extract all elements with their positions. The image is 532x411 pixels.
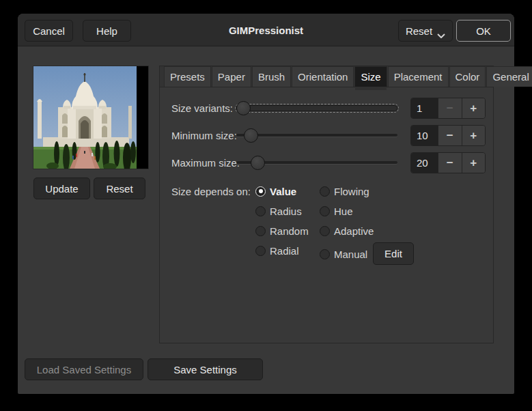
minimum-size-spinbox: 10 − + bbox=[410, 125, 486, 146]
radio-value[interactable]: Value bbox=[255, 184, 296, 198]
reset-menu-label: Reset bbox=[406, 25, 432, 37]
maximum-size-value[interactable]: 20 bbox=[411, 153, 438, 173]
help-button[interactable]: Help bbox=[83, 20, 131, 42]
tab-color[interactable]: Color bbox=[449, 66, 486, 87]
minus-icon[interactable]: − bbox=[438, 126, 462, 145]
radio-icon bbox=[320, 226, 330, 236]
taj-mahal-preview-image bbox=[33, 66, 137, 169]
radio-icon bbox=[255, 186, 266, 197]
dialog-header: GIMPressionist Cancel Help Reset OK bbox=[18, 14, 514, 46]
radio-radial[interactable]: Radial bbox=[255, 244, 299, 257]
minus-icon[interactable]: − bbox=[438, 98, 462, 118]
edit-button[interactable]: Edit bbox=[373, 242, 414, 265]
radio-icon bbox=[320, 249, 330, 259]
size-variants-slider[interactable] bbox=[235, 98, 399, 119]
radio-flowing[interactable]: Flowing bbox=[320, 184, 369, 198]
radio-random[interactable]: Random bbox=[255, 224, 309, 238]
maximum-size-row: Maximum size: 20 − + bbox=[160, 152, 493, 173]
reset-menu-button[interactable]: Reset bbox=[398, 20, 453, 42]
size-variants-row: Size variants: 1 − + bbox=[160, 98, 493, 119]
gimpressionist-dialog: GIMPressionist Cancel Help Reset OK bbox=[18, 14, 514, 394]
update-button[interactable]: Update bbox=[33, 178, 90, 199]
preview-image bbox=[33, 66, 149, 169]
radio-radius[interactable]: Radius bbox=[255, 204, 302, 218]
maximum-size-label: Maximum size: bbox=[171, 152, 240, 173]
radio-icon bbox=[255, 226, 266, 236]
size-tab-panel: Presets Paper Brush Orientation Size Pla… bbox=[159, 66, 494, 343]
preview-reset-button[interactable]: Reset bbox=[94, 178, 145, 199]
tab-presets[interactable]: Presets bbox=[164, 66, 211, 87]
minimum-size-slider-knob[interactable] bbox=[244, 128, 258, 143]
cancel-button[interactable]: Cancel bbox=[25, 20, 73, 42]
size-variants-value[interactable]: 1 bbox=[411, 98, 438, 118]
size-variants-spinbox: 1 − + bbox=[410, 98, 486, 119]
tab-placement[interactable]: Placement bbox=[388, 66, 449, 87]
plus-icon[interactable]: + bbox=[462, 126, 486, 145]
maximum-size-slider[interactable] bbox=[235, 152, 399, 173]
minimum-size-row: Minimum size: 10 − + bbox=[160, 125, 493, 146]
maximum-size-slider-knob[interactable] bbox=[251, 156, 265, 170]
radio-icon bbox=[255, 206, 266, 216]
tab-bar: Presets Paper Brush Orientation Size Pla… bbox=[160, 66, 493, 87]
size-variants-label: Size variants: bbox=[171, 98, 233, 119]
save-settings-button[interactable]: Save Settings bbox=[148, 358, 263, 380]
maximum-size-spinbox: 20 − + bbox=[410, 152, 486, 173]
minimum-size-label: Minimum size: bbox=[171, 125, 237, 146]
radio-adaptive[interactable]: Adaptive bbox=[320, 224, 374, 238]
minus-icon[interactable]: − bbox=[438, 153, 462, 173]
plus-icon[interactable]: + bbox=[462, 98, 486, 118]
tab-brush[interactable]: Brush bbox=[252, 66, 291, 87]
size-depends-on-label: Size depends on: bbox=[171, 181, 251, 202]
radio-icon bbox=[320, 186, 330, 197]
chevron-down-icon bbox=[437, 29, 445, 33]
minimum-size-value[interactable]: 10 bbox=[411, 126, 438, 145]
radio-icon bbox=[320, 206, 330, 216]
tab-paper[interactable]: Paper bbox=[212, 66, 251, 87]
radio-manual[interactable]: Manual bbox=[320, 247, 367, 261]
tab-general[interactable]: General bbox=[486, 66, 532, 87]
radio-icon bbox=[255, 246, 266, 256]
plus-icon[interactable]: + bbox=[462, 153, 486, 173]
size-variants-slider-knob[interactable] bbox=[236, 101, 251, 115]
ok-button[interactable]: OK bbox=[456, 20, 511, 42]
tab-orientation[interactable]: Orientation bbox=[292, 66, 354, 87]
load-saved-settings-button[interactable]: Load Saved Settings bbox=[25, 358, 143, 380]
tab-size[interactable]: Size bbox=[354, 66, 387, 87]
minimum-size-slider[interactable] bbox=[235, 125, 399, 146]
radio-hue[interactable]: Hue bbox=[320, 204, 353, 218]
